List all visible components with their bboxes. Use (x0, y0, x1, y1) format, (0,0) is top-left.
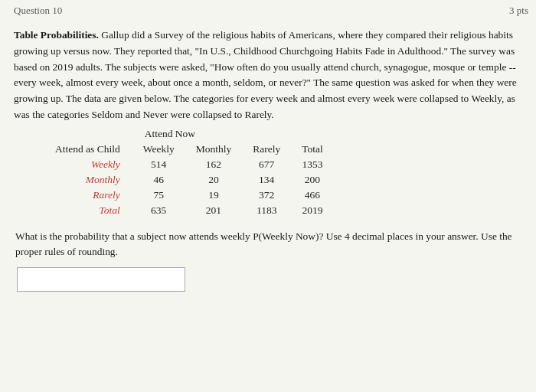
score-badge: 3 pts (509, 5, 528, 17)
col-header-total: Total (291, 142, 334, 157)
cell-rarely-total: 466 (291, 188, 334, 203)
table-section: Attend Now Attend as Child Weekly Monthl… (29, 128, 522, 218)
empty-corner-cell (44, 128, 132, 142)
total-row: Total 635 201 1183 2019 (44, 203, 334, 218)
bold-intro: Table Probabilities. (14, 29, 99, 41)
cell-weekly-monthly: 162 (185, 157, 243, 172)
cell-monthly-total: 200 (291, 172, 334, 188)
cell-rarely-rarely: 372 (242, 188, 291, 203)
cell-weekly-total: 1353 (291, 157, 334, 172)
answer-input-box[interactable] (17, 267, 185, 292)
page-container: Question 10 3 pts Table Probabilities. G… (0, 0, 536, 392)
col-header-rarely: Rarely (242, 142, 291, 157)
column-headers-row: Attend as Child Weekly Monthly Rarely To… (44, 142, 334, 157)
question-footer: What is the probability that a subject n… (14, 229, 522, 260)
row-label-total: Total (44, 203, 132, 218)
row-label-rarely: Rarely (44, 188, 132, 203)
cell-weekly-rarely: 677 (242, 157, 291, 172)
footer-question-text: What is the probability that a subject n… (15, 230, 512, 257)
cell-rarely-weekly: 75 (132, 188, 185, 203)
table-row: Monthly 46 20 134 200 (44, 172, 334, 188)
row-label-weekly: Weekly (44, 157, 132, 172)
row-label-monthly: Monthly (44, 172, 132, 188)
table-row: Weekly 514 162 677 1353 (44, 157, 334, 172)
row-header-label: Attend as Child (44, 142, 132, 157)
cell-weekly-weekly: 514 (132, 157, 185, 172)
cell-monthly-rarely: 134 (242, 172, 291, 188)
col-header-weekly: Weekly (132, 142, 185, 157)
cell-total-monthly: 201 (185, 203, 243, 218)
cell-total-rarely: 1183 (242, 203, 291, 218)
cell-total-weekly: 635 (132, 203, 185, 218)
cell-monthly-weekly: 46 (132, 172, 185, 188)
attend-now-header-row: Attend Now (44, 128, 334, 142)
question-label: Question 10 (14, 5, 62, 17)
col-header-monthly: Monthly (185, 142, 243, 157)
cell-total-total: 2019 (291, 203, 334, 218)
probability-table: Attend Now Attend as Child Weekly Monthl… (44, 128, 334, 218)
cell-rarely-monthly: 19 (185, 188, 243, 203)
description-text: Table Probabilities. Gallup did a Survey… (14, 28, 522, 123)
cell-monthly-monthly: 20 (185, 172, 243, 188)
attend-now-label: Attend Now (132, 128, 334, 142)
table-row: Rarely 75 19 372 466 (44, 188, 334, 203)
description-body: Gallup did a Survey of the religious hab… (14, 29, 517, 120)
